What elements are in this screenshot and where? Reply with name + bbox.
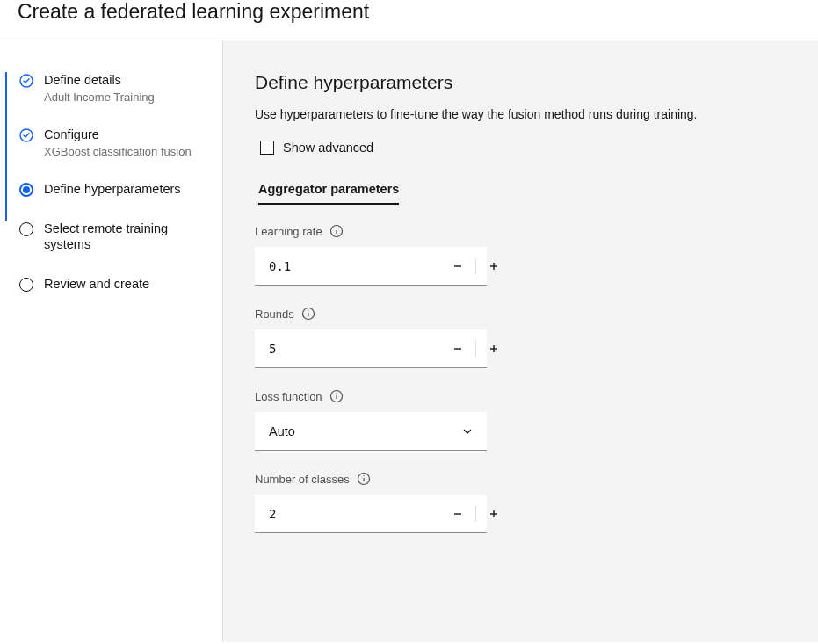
circle-icon [19, 278, 33, 292]
svg-point-19 [363, 475, 364, 476]
increment-button[interactable] [476, 329, 511, 367]
stepper [440, 329, 511, 367]
circle-icon [19, 222, 33, 236]
field-number-of-classes: Number of classes [255, 472, 786, 533]
loss-function-select[interactable]: Auto [255, 412, 487, 451]
decrement-button[interactable] [440, 495, 475, 532]
wizard-sidebar: Define details Adult Income Training Con… [0, 40, 223, 642]
chevron-down-icon [460, 424, 474, 438]
step-label: Configure [44, 127, 210, 143]
step-define-hyperparameters[interactable]: Define hyperparameters [5, 181, 222, 221]
learning-rate-input [255, 247, 487, 286]
info-icon[interactable] [329, 224, 344, 238]
decrement-button[interactable] [440, 247, 475, 285]
svg-point-10 [308, 310, 308, 311]
checkbox-icon [260, 141, 274, 155]
field-learning-rate: Learning rate [255, 224, 786, 286]
increment-button[interactable] [476, 495, 511, 532]
decrement-button[interactable] [440, 329, 475, 367]
step-label: Define hyperparameters [44, 181, 210, 198]
step-define-details[interactable]: Define details Adult Income Training [5, 72, 222, 127]
step-label: Review and create [44, 276, 210, 293]
field-label: Rounds [255, 308, 294, 321]
select-value: Auto [269, 424, 295, 438]
field-label: Learning rate [255, 225, 322, 238]
svg-point-16 [336, 393, 337, 394]
info-icon[interactable] [301, 307, 315, 321]
stepper [440, 495, 511, 532]
main-panel: Define hyperparameters Use hyperparamete… [223, 40, 818, 642]
info-icon[interactable] [357, 472, 371, 486]
step-label: Select remote training systems [44, 221, 210, 254]
step-review-and-create[interactable]: Review and create [5, 276, 222, 315]
check-icon [19, 74, 33, 88]
field-loss-function: Loss function Auto [255, 389, 786, 451]
learning-rate-value[interactable] [255, 247, 440, 285]
field-label: Loss function [255, 390, 322, 403]
tab-aggregator-parameters[interactable]: Aggregator parameters [258, 182, 399, 205]
step-sublabel: Adult Income Training [44, 90, 210, 104]
current-step-icon [19, 183, 33, 197]
wizard-steps: Define details Adult Income Training Con… [0, 72, 222, 315]
rounds-input [255, 329, 487, 368]
increment-button[interactable] [476, 247, 511, 285]
panel-description: Use hyperparameters to fine-tune the way… [255, 107, 786, 121]
show-advanced-checkbox[interactable]: Show advanced [255, 141, 786, 155]
field-label: Number of classes [255, 473, 350, 486]
step-sublabel: XGBoost classification fusion [44, 145, 210, 158]
check-icon [19, 128, 33, 142]
step-label: Define details [44, 72, 210, 89]
num-classes-value[interactable] [255, 495, 440, 532]
page-title: Create a federated learning experiment [18, 0, 800, 24]
num-classes-input [255, 495, 487, 533]
step-configure[interactable]: Configure XGBoost classification fusion [5, 127, 222, 181]
layout: Define details Adult Income Training Con… [0, 40, 818, 642]
page-header: Create a federated learning experiment [0, 0, 818, 40]
field-rounds: Rounds [255, 307, 786, 368]
checkbox-label: Show advanced [283, 141, 373, 155]
info-icon[interactable] [329, 389, 344, 403]
step-select-remote-training-systems[interactable]: Select remote training systems [5, 221, 222, 277]
panel-heading: Define hyperparameters [255, 72, 786, 93]
svg-point-4 [336, 228, 337, 228]
rounds-value[interactable] [255, 329, 440, 367]
stepper [440, 247, 511, 285]
